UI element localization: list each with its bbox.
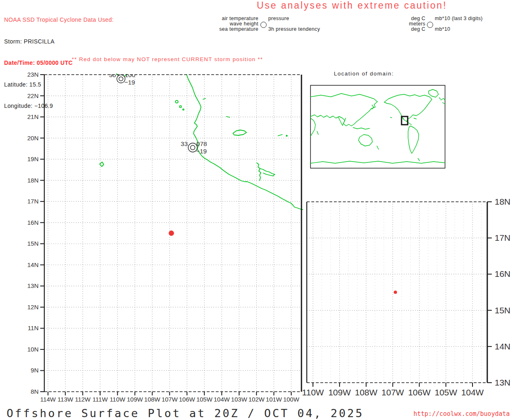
- world-coastline: [439, 98, 441, 99]
- main-map-lat-label: 15N: [27, 240, 39, 247]
- world-coastline: [429, 89, 438, 97]
- river-feature: [260, 169, 275, 176]
- main-map-lon-label: 114W: [40, 396, 56, 403]
- station-plot: 30100−19: [109, 71, 135, 86]
- source-url-link[interactable]: http://coolwx.com/buoydata: [413, 410, 510, 418]
- main-map-lat-label: 17N: [27, 198, 39, 205]
- main-map-lat-label: 20N: [27, 135, 39, 142]
- world-coastline: [372, 105, 374, 109]
- main-map-lat-label: 16N: [27, 219, 39, 226]
- main-map-lon-label: 106W: [179, 396, 195, 403]
- station-tendency: −19: [196, 148, 207, 155]
- station-tendency: −19: [124, 79, 135, 86]
- detail-map-lon-label: 110W: [302, 388, 324, 397]
- small-island: [203, 98, 205, 99]
- station-plot: 33078−19: [181, 140, 207, 155]
- main-map-lon-label: 113W: [57, 396, 73, 403]
- main-map-lat-label: 18N: [27, 177, 39, 184]
- main-map-lon-label: 108W: [144, 396, 161, 403]
- detail-map-lon-label: 107W: [381, 388, 404, 397]
- station-air-temp: 33: [181, 140, 188, 147]
- small-island: [286, 135, 288, 137]
- main-map-lon-label: 109W: [127, 396, 143, 403]
- main-map-lat-label: 8N: [31, 388, 39, 395]
- world-coastline: [418, 158, 420, 161]
- islas-marias-island: [176, 100, 178, 103]
- main-map-lon-label: 105W: [196, 396, 213, 403]
- main-map-lat-label: 11N: [28, 324, 39, 331]
- plot-title: Offshore Surface Plot at 20Z / OCT 04, 2…: [7, 407, 364, 420]
- world-coastline: [317, 131, 318, 135]
- world-coastlines: [310, 89, 445, 163]
- detail-map-lat-label: 16N: [495, 269, 511, 278]
- detail-map-minor-grid: [322, 202, 482, 383]
- main-map-lon-label: 104W: [214, 396, 230, 403]
- world-coastline: [353, 128, 370, 129]
- detail-map-lon-label: 109W: [328, 388, 351, 397]
- storm-position-dot: [169, 231, 174, 236]
- detail-map-lon-label: 106W: [408, 388, 431, 397]
- main-map-lat-label: 13N: [27, 282, 39, 289]
- main-map-lat-label: 21N: [27, 113, 39, 120]
- detail-map-lon-label: 108W: [355, 388, 377, 397]
- detail-map-lat-label: 13N: [495, 378, 511, 387]
- world-coastline: [358, 135, 372, 146]
- world-coastline: [441, 98, 445, 100]
- river-feature: [257, 163, 261, 180]
- world-coastline: [310, 161, 445, 163]
- main-map-lon-label: 101W: [266, 396, 282, 403]
- main-map-lon-label: 103W: [231, 396, 247, 403]
- main-map-lat-label: 19N: [27, 155, 39, 162]
- main-map-lat-label: 9N: [31, 367, 39, 374]
- detail-map-lat-label: 17N: [495, 233, 511, 242]
- detail-map-lon-label: 104W: [461, 388, 484, 397]
- detail-map-lat-label: 18N: [495, 197, 511, 206]
- main-map-lat-label: 14N: [27, 261, 39, 268]
- small-island: [278, 135, 282, 136]
- world-coastline: [310, 94, 377, 102]
- world-coastline: [390, 117, 392, 118]
- main-map-lat-label: 12N: [27, 304, 39, 310]
- main-map-lon-label: 111W: [93, 396, 108, 403]
- inset-frame: [310, 85, 445, 168]
- islas-marias-island: [180, 106, 182, 108]
- small-island: [226, 116, 230, 117]
- buoy-inner-circle-icon: [119, 77, 123, 81]
- main-map-lon-label: 100W: [283, 396, 299, 403]
- station-air-temp: 30: [109, 71, 116, 78]
- station-plots: 30100−1933078−19: [109, 71, 207, 154]
- main-map-lon-label: 102W: [249, 396, 265, 403]
- main-map-lat-label: 10N: [27, 346, 39, 353]
- station-pressure: 078: [196, 140, 207, 147]
- detail-map-lat-label: 14N: [495, 342, 511, 351]
- buoy-inner-circle-icon: [190, 145, 195, 150]
- main-map-lon-label: 112W: [75, 396, 91, 403]
- station-pressure: 100: [125, 71, 135, 78]
- main-map-lat-label: 23N: [27, 71, 39, 78]
- world-coastline: [310, 118, 315, 136]
- islas-marias-island: [183, 109, 184, 110]
- detail-map-lat-label: 15N: [495, 306, 511, 315]
- main-map-lon-label: 110W: [110, 396, 126, 403]
- world-coastline: [443, 103, 445, 104]
- world-coastline: [414, 118, 416, 119]
- detail-map-frame: [307, 202, 492, 387]
- detail-map-lon-label: 105W: [435, 388, 457, 397]
- maps-canvas: 30100−1933078−1923N22N21N20N19N18N17N16N…: [0, 0, 525, 420]
- main-map-lon-label: 107W: [162, 396, 178, 403]
- buoy-plot-page: NOAA SSD Tropical Cyclone Data Used: Sto…: [0, 0, 525, 420]
- isla-outline: [233, 130, 247, 135]
- world-coastline: [377, 146, 379, 149]
- storm-position-dot-detail: [394, 291, 397, 294]
- detail-map-grid: [307, 202, 487, 383]
- world-inset-map: [310, 85, 445, 168]
- world-coastline: [408, 126, 419, 153]
- main-map-lat-label: 22N: [27, 92, 39, 99]
